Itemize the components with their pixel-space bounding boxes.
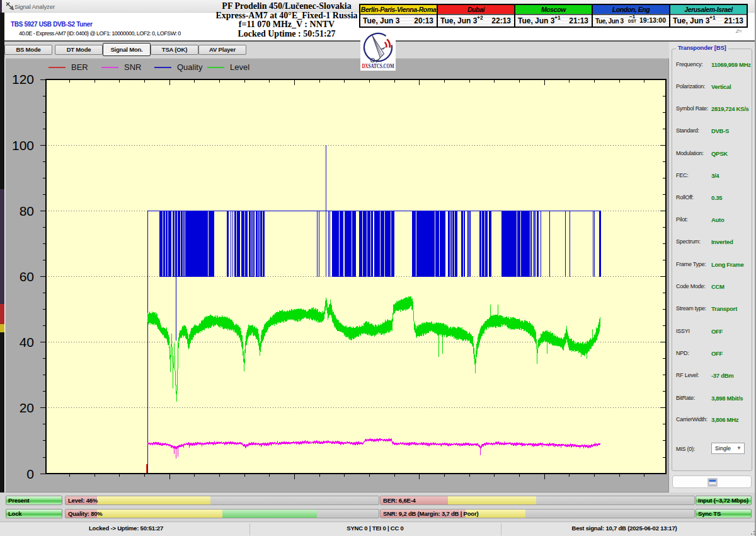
svg-text:DXSATCS.COM: DXSATCS.COM — [362, 63, 394, 69]
